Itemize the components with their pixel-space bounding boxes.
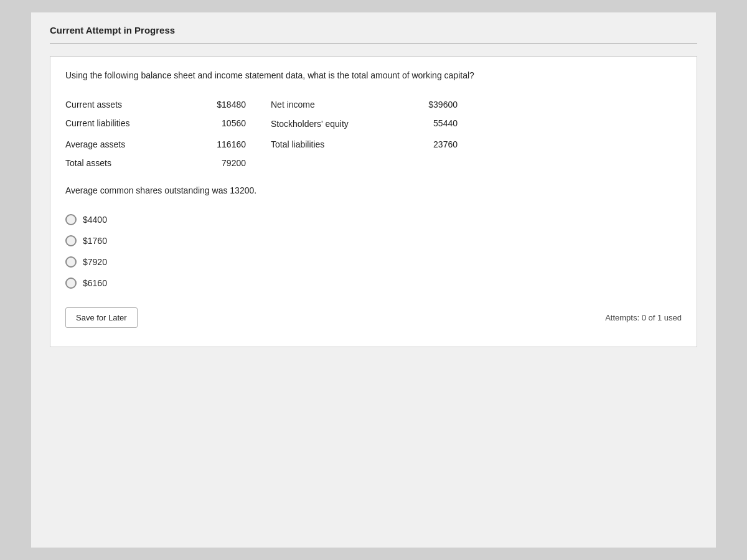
option-4-label: $6160	[83, 278, 107, 288]
option-2[interactable]: $1760	[65, 235, 682, 246]
section-title: Current Attempt in Progress	[50, 25, 697, 35]
label-total-liabilities: Total liabilities	[271, 139, 395, 149]
value-average-assets: 116160	[190, 139, 271, 149]
label-net-income: Net income	[271, 100, 395, 110]
table-row: Current assets $18480 Net income $39600	[65, 100, 682, 110]
main-container: Current Attempt in Progress Using the fo…	[31, 12, 716, 548]
value-current-assets: $18480	[190, 100, 271, 110]
table-row: Current liabilities 10560 Stockholders' …	[65, 118, 682, 131]
radio-option-4[interactable]	[65, 278, 77, 289]
option-3[interactable]: $7920	[65, 256, 682, 268]
value-net-income: $39600	[395, 100, 458, 110]
radio-option-1[interactable]	[65, 214, 77, 225]
value-total-liabilities: 23760	[395, 139, 458, 149]
label-total-assets: Total assets	[65, 158, 190, 168]
label-current-assets: Current assets	[65, 100, 190, 110]
option-4[interactable]: $6160	[65, 278, 682, 289]
radio-option-3[interactable]	[65, 256, 77, 268]
option-1[interactable]: $4400	[65, 214, 682, 225]
data-table: Current assets $18480 Net income $39600 …	[65, 100, 682, 168]
label-average-assets: Average assets	[65, 139, 190, 149]
option-1-label: $4400	[83, 215, 107, 225]
radio-option-2[interactable]	[65, 235, 77, 246]
option-3-label: $7920	[83, 257, 107, 267]
table-row: Total assets 79200	[65, 158, 682, 168]
save-for-later-button[interactable]: Save for Later	[65, 307, 138, 328]
footer-row: Save for Later Attempts: 0 of 1 used	[65, 307, 682, 328]
divider	[50, 43, 697, 44]
options-section: $4400 $1760 $7920 $6160	[65, 214, 682, 289]
value-current-liabilities: 10560	[190, 118, 271, 128]
label-current-liabilities: Current liabilities	[65, 118, 190, 128]
shares-text: Average common shares outstanding was 13…	[65, 185, 682, 195]
value-total-assets: 79200	[190, 158, 271, 168]
option-2-label: $1760	[83, 236, 107, 246]
label-stockholders-equity: Stockholders' equity	[271, 118, 395, 131]
attempts-text: Attempts: 0 of 1 used	[605, 313, 682, 322]
question-text: Using the following balance sheet and in…	[65, 69, 682, 82]
question-box: Using the following balance sheet and in…	[50, 56, 697, 347]
value-stockholders-equity: 55440	[395, 118, 458, 128]
table-row: Average assets 116160 Total liabilities …	[65, 139, 682, 149]
